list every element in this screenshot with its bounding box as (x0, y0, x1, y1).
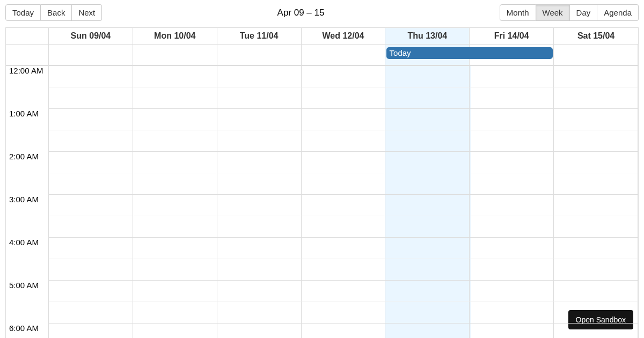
time-slot[interactable] (470, 195, 554, 216)
time-slot[interactable] (302, 281, 386, 302)
time-slot[interactable] (302, 173, 386, 195)
time-slot[interactable] (470, 109, 554, 130)
time-slot[interactable] (49, 216, 133, 238)
time-slot[interactable] (217, 66, 302, 87)
time-slot[interactable] (385, 66, 470, 87)
time-slot[interactable] (133, 302, 217, 324)
today-button[interactable]: Today (5, 4, 41, 21)
time-slot[interactable] (217, 152, 302, 173)
time-slot[interactable] (217, 324, 302, 338)
day-header[interactable]: Mon 10/04 (133, 28, 217, 44)
time-slot[interactable] (302, 152, 386, 173)
day-header[interactable]: Sun 09/04 (49, 28, 133, 44)
time-slot[interactable] (217, 173, 302, 195)
time-slot[interactable] (470, 216, 554, 238)
time-slot[interactable] (217, 238, 302, 259)
time-slot[interactable] (49, 238, 133, 259)
time-slot[interactable] (470, 302, 554, 324)
time-slot[interactable] (49, 87, 133, 109)
time-slot[interactable] (49, 173, 133, 195)
time-slot[interactable] (470, 259, 554, 281)
time-slot[interactable] (385, 259, 470, 281)
allday-cell[interactable] (302, 45, 386, 65)
time-slot[interactable] (133, 87, 217, 109)
time-slot[interactable] (217, 195, 302, 216)
time-slot[interactable] (302, 109, 386, 130)
time-slot[interactable] (385, 130, 470, 152)
time-slot[interactable] (133, 130, 217, 152)
time-slot[interactable] (554, 238, 638, 259)
time-slot[interactable] (385, 302, 470, 324)
time-slot[interactable] (385, 216, 470, 238)
time-slot[interactable] (554, 302, 638, 324)
time-slot[interactable] (554, 87, 638, 109)
time-slot[interactable] (302, 302, 386, 324)
time-slot[interactable] (302, 324, 386, 338)
view-week-button[interactable]: Week (536, 4, 570, 21)
time-slot[interactable] (133, 195, 217, 216)
time-slot[interactable] (385, 324, 470, 338)
time-slot[interactable] (217, 302, 302, 324)
time-slot[interactable] (49, 130, 133, 152)
allday-cell[interactable] (554, 45, 638, 65)
time-slot[interactable] (470, 324, 554, 338)
time-slot[interactable] (49, 195, 133, 216)
day-header-today[interactable]: Thu 13/04 (385, 28, 470, 44)
allday-cell[interactable] (217, 45, 302, 65)
time-slot[interactable] (49, 66, 133, 87)
time-slot[interactable] (302, 130, 386, 152)
time-slot[interactable] (554, 109, 638, 130)
view-agenda-button[interactable]: Agenda (597, 4, 639, 21)
time-slot[interactable] (385, 87, 470, 109)
time-slot[interactable] (554, 216, 638, 238)
allday-cell[interactable] (133, 45, 217, 65)
time-slot[interactable] (470, 238, 554, 259)
time-slot[interactable] (385, 238, 470, 259)
time-slot[interactable] (385, 281, 470, 302)
day-header[interactable]: Wed 12/04 (302, 28, 386, 44)
allday-event[interactable]: Today (386, 47, 553, 59)
time-slot[interactable] (554, 281, 638, 302)
time-slot[interactable] (217, 109, 302, 130)
time-slot[interactable] (133, 152, 217, 173)
view-day-button[interactable]: Day (570, 4, 598, 21)
time-slot[interactable] (554, 259, 638, 281)
time-slot[interactable] (133, 173, 217, 195)
time-slot[interactable] (217, 281, 302, 302)
time-slot[interactable] (385, 109, 470, 130)
day-header[interactable]: Sat 15/04 (554, 28, 638, 44)
time-slot[interactable] (133, 281, 217, 302)
time-slot[interactable] (49, 109, 133, 130)
time-slot[interactable] (302, 259, 386, 281)
time-slot[interactable] (49, 281, 133, 302)
time-slot[interactable] (302, 216, 386, 238)
time-slot[interactable] (554, 324, 638, 338)
time-slot[interactable] (554, 66, 638, 87)
next-button[interactable]: Next (72, 4, 102, 21)
time-slot[interactable] (133, 216, 217, 238)
time-slot[interactable] (554, 173, 638, 195)
time-slot[interactable] (470, 130, 554, 152)
time-slot[interactable] (133, 66, 217, 87)
time-slot[interactable] (385, 195, 470, 216)
time-slot[interactable] (302, 87, 386, 109)
allday-cell[interactable] (49, 45, 133, 65)
view-month-button[interactable]: Month (500, 4, 536, 21)
time-slot[interactable] (49, 324, 133, 338)
time-slot[interactable] (133, 259, 217, 281)
time-slot[interactable] (470, 152, 554, 173)
time-slot[interactable] (49, 302, 133, 324)
time-slot[interactable] (217, 130, 302, 152)
time-slot[interactable] (133, 109, 217, 130)
time-slot[interactable] (470, 173, 554, 195)
day-header[interactable]: Fri 14/04 (470, 28, 554, 44)
time-slot[interactable] (217, 259, 302, 281)
time-slot[interactable] (217, 216, 302, 238)
time-slot[interactable] (554, 152, 638, 173)
time-slot[interactable] (217, 87, 302, 109)
day-header[interactable]: Tue 11/04 (217, 28, 302, 44)
time-slot[interactable] (302, 66, 386, 87)
time-slot[interactable] (554, 130, 638, 152)
time-slot[interactable] (133, 324, 217, 338)
time-slot[interactable] (385, 173, 470, 195)
